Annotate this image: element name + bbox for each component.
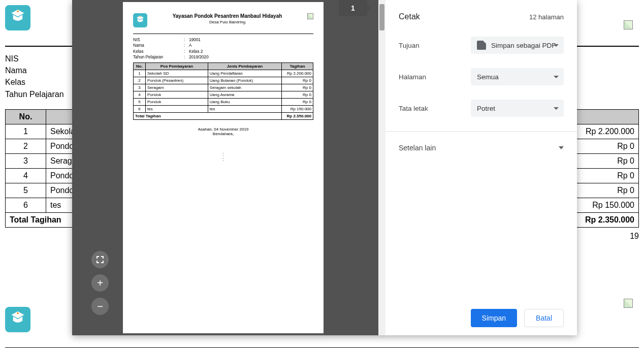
table-cell: Rp 0: [573, 153, 639, 168]
table-cell: Rp 2.200.000: [573, 124, 639, 139]
total-amt: Rp 2.350.000: [573, 212, 639, 227]
table-cell: Rp 0: [573, 168, 639, 183]
school-logo-icon: [5, 5, 30, 30]
school-logo-icon: [133, 13, 147, 27]
col-tagihan: [573, 109, 639, 124]
broken-image-icon: [307, 13, 313, 19]
pages-select[interactable]: Semua: [471, 68, 564, 85]
label-tujuan: Tujuan: [399, 42, 471, 49]
more-label: Setelan lain: [399, 144, 436, 152]
org-subtitle: Desa Pulo Bandring: [147, 20, 307, 24]
school-logo-icon: [5, 307, 30, 332]
table-cell: 4: [6, 168, 46, 183]
table-cell: Rp 0: [573, 139, 639, 153]
preview-page-1: Yayasan Pondok Pesantren Manbaul Hidayah…: [123, 2, 324, 333]
broken-image-icon: [624, 299, 633, 308]
print-settings-panel: Cetak 12 halaman Tujuan Simpan sebagai P…: [385, 0, 577, 335]
layout-value: Potret: [477, 105, 495, 112]
chevron-down-icon: [554, 107, 559, 110]
label-tata: Tata letak: [399, 105, 471, 112]
footer-signer: Bendahara,: [123, 132, 324, 136]
col-no: No.: [6, 109, 46, 124]
panel-title: Cetak: [399, 12, 420, 21]
zoom-in-button[interactable]: +: [91, 274, 109, 292]
table-cell: 2: [6, 139, 46, 153]
preview-scrollbar[interactable]: [378, 0, 385, 335]
print-preview: Yayasan Pondok Pesantren Manbaul Hidayah…: [72, 0, 385, 335]
table-cell: 3: [6, 153, 46, 168]
table-cell: 1: [6, 124, 46, 139]
page-number-badge: 1: [339, 0, 367, 16]
save-button[interactable]: Simpan: [471, 309, 517, 327]
table-cell: Rp 0: [573, 183, 639, 198]
chevron-down-icon: [559, 146, 564, 149]
table-cell: 6: [6, 198, 46, 212]
layout-select[interactable]: Potret: [471, 100, 564, 117]
zoom-out-button[interactable]: −: [91, 298, 109, 315]
pages-value: Semua: [477, 73, 499, 81]
fullscreen-button[interactable]: [91, 251, 109, 268]
chevron-down-icon: [554, 44, 559, 47]
broken-image-icon: [624, 20, 633, 29]
table-cell: Rp 150.000: [573, 198, 639, 212]
destination-value: Simpan sebagai PDF: [491, 42, 556, 49]
label-halaman: Halaman: [399, 73, 471, 81]
more-settings-toggle[interactable]: Setelan lain: [399, 144, 564, 152]
table-cell: 5: [6, 183, 46, 198]
document-icon: [477, 41, 486, 50]
print-dialog: Yayasan Pondok Pesantren Manbaul Hidayah…: [72, 0, 577, 335]
chevron-down-icon: [554, 76, 559, 78]
destination-select[interactable]: Simpan sebagai PDF: [471, 37, 564, 54]
page-count: 12 halaman: [529, 13, 564, 21]
preview-table: No. Pos Pembayaran Jenis Pembayaran Tagi…: [133, 62, 313, 120]
footer-date: Asahan, 04 November 2019: [123, 127, 324, 132]
cancel-button[interactable]: Batal: [524, 309, 564, 327]
org-title: Yayasan Pondok Pesantren Manbaul Hidayah: [147, 13, 307, 19]
